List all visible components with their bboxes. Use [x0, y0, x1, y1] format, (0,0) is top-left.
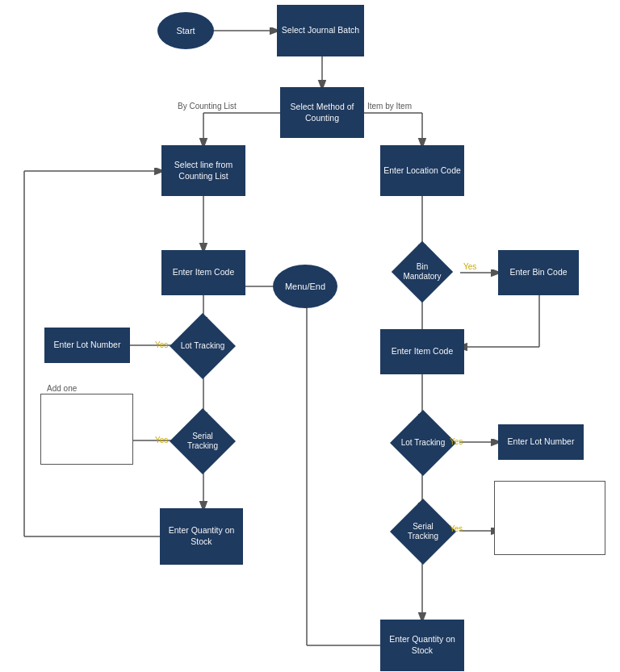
enter-item-right-node: Enter Item Code [380, 329, 464, 374]
item-by-item-label: Item by Item [367, 102, 412, 111]
serial-tracking-right-node: Serial Tracking [390, 499, 456, 565]
lot-tracking-left-node: Lot Tracking [170, 313, 236, 379]
serial-tracking-left-node: Serial Tracking [170, 408, 236, 474]
add-one-right-box [494, 481, 605, 555]
enter-lot-left-node: Enter Lot Number [44, 328, 130, 363]
start-node: Start [157, 12, 214, 49]
select-line-node: Select line from Counting List [161, 145, 245, 196]
enter-item-left-node: Enter Item Code [161, 250, 245, 295]
enter-lot-right-node: Enter Lot Number [498, 424, 584, 460]
select-journal-node: Select Journal Batch [277, 5, 364, 56]
select-method-node: Select Method of Counting [280, 87, 364, 138]
add-one-left-label: Add one [47, 384, 77, 393]
qty-left-node: Enter Quantity on Stock [160, 508, 243, 565]
lot-tracking-right-node: Lot Tracking [390, 410, 456, 476]
flowchart: Start Select Journal Batch Select Method… [0, 0, 620, 672]
bin-mandatory-node: Bin Mandatory [392, 241, 453, 303]
qty-right-node: Enter Quantity on Stock [380, 620, 464, 671]
by-counting-label: By Counting List [178, 102, 237, 111]
lot-yes-left-label: Yes [155, 340, 168, 349]
bin-yes-label: Yes [463, 262, 476, 271]
add-one-left-box [40, 394, 133, 465]
enter-location-node: Enter Location Code [380, 145, 464, 196]
menu-end-node: Menu/End [273, 265, 337, 308]
serial-yes-left-label: Yes [155, 436, 168, 445]
enter-bin-node: Enter Bin Code [498, 250, 579, 295]
lot-yes-right-label: Yes [450, 437, 463, 446]
serial-yes-right-label: Yes [450, 524, 463, 533]
